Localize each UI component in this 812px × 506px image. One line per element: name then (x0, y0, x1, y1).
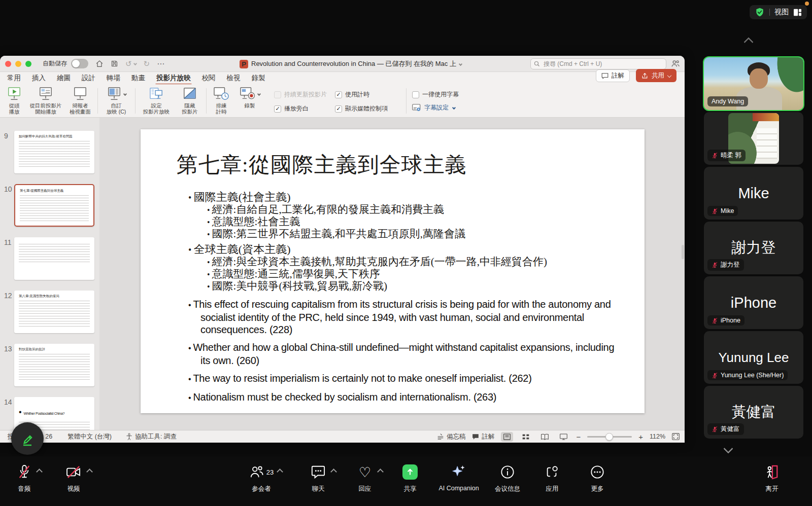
window-scrollbar[interactable] (682, 245, 684, 259)
undo-chevron-icon[interactable] (133, 62, 137, 65)
search-field[interactable] (530, 58, 666, 69)
slide-thumbnail-10-selected[interactable]: 第七章:從國際主義到全球主義 (14, 184, 94, 227)
search-input[interactable] (543, 60, 663, 68)
participants-options-chevron[interactable] (277, 468, 283, 475)
tab-draw[interactable]: 繪圖 (57, 74, 71, 83)
zoom-slider[interactable] (587, 436, 632, 438)
zoom-window-button[interactable] (25, 61, 31, 67)
tab-animations[interactable]: 動畫 (131, 74, 145, 83)
save-icon[interactable] (111, 60, 118, 67)
participant-tile-xieliden[interactable]: 謝力登 謝力登 (704, 222, 803, 274)
more-button[interactable]: 更多 (564, 463, 630, 493)
info-icon (500, 465, 515, 479)
view-button-label[interactable]: 视图 (774, 8, 789, 17)
play-from-start-button[interactable]: 從頭 播放 (3, 87, 25, 115)
fit-to-window-icon[interactable] (672, 433, 680, 440)
minimize-window-button[interactable] (15, 61, 21, 67)
accessibility-status[interactable]: 協助工具: 調查 (126, 432, 177, 441)
thumbnail-text-lines (19, 301, 90, 327)
zoom-in-button[interactable]: + (638, 432, 643, 441)
zoom-percentage[interactable]: 112% (650, 433, 665, 440)
keep-slides-updated-checkbox[interactable]: 持續更新投影片 (274, 90, 327, 99)
current-slide[interactable]: 第七章:從國際主義到全球主義 國際主義(社會主義) 經濟:自給自足,工業化,有限… (141, 129, 645, 413)
use-timings-checkbox[interactable]: ✓ 使用計時 (335, 90, 369, 99)
annotate-pencil-button[interactable] (11, 422, 44, 455)
bullet-level2: 意識型態:社會主義 (207, 216, 626, 228)
tab-transitions[interactable]: 轉場 (107, 74, 120, 83)
custom-show-chevron-icon (123, 92, 126, 95)
home-icon[interactable] (95, 60, 104, 68)
more-commands-icon[interactable]: ⋯ (157, 60, 164, 67)
comments-toggle-button[interactable]: 註解 (472, 432, 494, 441)
participant-name-label: 晴柔 郭 (707, 150, 746, 161)
share-screen-icon (402, 464, 418, 480)
tab-review[interactable]: 校閱 (202, 74, 216, 83)
play-from-current-button[interactable]: 從目前投影片 開始播放 (26, 87, 65, 115)
ai-sparkle-icon (451, 464, 466, 480)
presenter-view-button[interactable]: 簡報者 檢視畫面 (66, 87, 94, 115)
close-window-button[interactable] (5, 61, 11, 67)
video-options-chevron[interactable] (86, 468, 93, 475)
subtitle-settings-button[interactable]: 字幕設定 (412, 103, 455, 112)
hide-slide-button[interactable]: 隱藏 投影片 (177, 87, 203, 115)
tab-record[interactable]: 錄製 (252, 74, 265, 83)
custom-show-button[interactable]: 自訂 放映 (C) (100, 87, 132, 115)
tab-insert[interactable]: 插入 (32, 74, 46, 83)
comments-button-label: 註解 (612, 71, 624, 80)
pencil-icon (19, 430, 36, 447)
participant-name-label: 謝力登 (707, 259, 744, 271)
rehearse-timings-button[interactable]: 排練 計時 (209, 87, 233, 115)
leave-meeting-button[interactable]: 离开 (739, 463, 805, 493)
rehearse-timings-icon (213, 87, 229, 101)
reading-view-button[interactable] (538, 432, 551, 442)
tab-design[interactable]: 設計 (82, 74, 95, 83)
comments-button[interactable]: 註解 (596, 69, 630, 82)
participants-button[interactable]: 23 参会者 (228, 463, 294, 493)
notes-button[interactable]: 備忘稿 (437, 432, 466, 441)
participant-tile-yunung-lee[interactable]: Yunung Lee Yunung Lee (She/Her) (704, 331, 803, 384)
participant-tile-qingrou-guo[interactable]: 晴柔 郭 (704, 112, 803, 165)
participant-tile-huangjianfu[interactable]: 黃健富 黃健富 (704, 386, 803, 439)
zoom-out-button[interactable]: − (576, 432, 581, 441)
undo-icon[interactable]: ↺ (125, 60, 132, 67)
sidebar-collapse-down-button[interactable] (725, 445, 732, 454)
slide-number: 13 (4, 345, 12, 353)
sidebar-collapse-up-button[interactable] (745, 39, 752, 48)
muted-mic-icon (18, 464, 31, 480)
slide-number: 12 (4, 292, 12, 300)
always-use-subtitles-checkbox[interactable]: 一律使用字幕 (412, 90, 459, 99)
meeting-toolbar: 音频 视频 23 参会者 聊天 ♡ (0, 456, 812, 506)
slide-thumbnail-13[interactable]: 對扶貧政策的批評 (14, 344, 94, 386)
tab-view[interactable]: 檢視 (227, 74, 241, 83)
autosave-toggle[interactable] (71, 59, 88, 68)
muted-mic-icon (712, 152, 718, 159)
slide-thumbnail-9[interactable]: 如何解釋中共的持久執政:後革命問題 (14, 131, 94, 173)
comment-bubble-icon (601, 73, 608, 79)
setup-slideshow-button[interactable]: 設定 投影片放映 (138, 87, 175, 115)
security-shield-icon[interactable] (755, 7, 765, 17)
bullet-english: Nationalism must be checked by socialism… (188, 391, 626, 404)
language-setting[interactable]: 繁體中文 (台灣) (67, 432, 112, 441)
zoom-slider-knob[interactable] (605, 433, 613, 441)
title-chevron-icon[interactable] (459, 62, 462, 65)
show-media-controls-checkbox[interactable]: ✓ 顯示媒體控制項 (335, 104, 388, 113)
redo-icon[interactable]: ↻ (144, 60, 150, 67)
slide-sorter-view-button[interactable] (520, 432, 532, 442)
slideshow-view-button[interactable] (557, 432, 569, 442)
video-button[interactable]: 视频 (41, 463, 107, 493)
share-button-label: 共用 (652, 71, 664, 80)
play-narrations-checkbox[interactable]: ✓ 播放旁白 (274, 104, 309, 113)
presence-people-icon[interactable] (671, 60, 680, 67)
tab-slideshow[interactable]: 投影片放映 (156, 74, 191, 83)
slide-thumbnail-12[interactable]: 第八章:意識型態失敗的僵局 (14, 291, 94, 333)
participant-tile-iphone[interactable]: iPhone iPhone (704, 276, 803, 329)
participant-tile-andy-wang[interactable]: Andy Wang (704, 57, 803, 110)
view-layout-icon[interactable] (793, 9, 802, 16)
tab-home[interactable]: 常用 (7, 74, 21, 83)
slide-thumbnail-11[interactable] (14, 237, 94, 280)
normal-view-button[interactable] (501, 432, 513, 442)
participant-tile-mike[interactable]: Mike Mike (704, 167, 803, 220)
share-document-button[interactable]: 共用 (636, 69, 676, 82)
slide-sorter-icon (522, 433, 529, 440)
record-slideshow-button[interactable]: 錄製 (236, 87, 263, 109)
